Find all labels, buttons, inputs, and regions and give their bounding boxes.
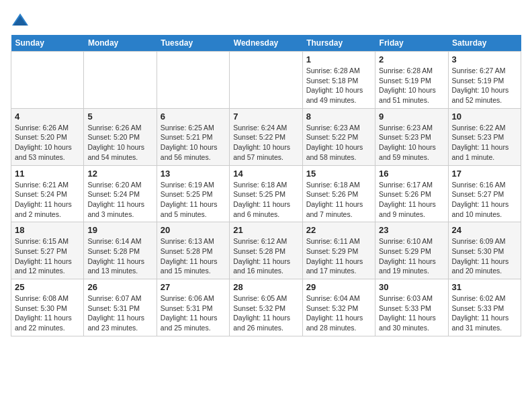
day-info: Sunrise: 6:28 AM Sunset: 5:19 PM Dayligh… [379, 66, 444, 105]
day-cell: 15Sunrise: 6:18 AM Sunset: 5:26 PM Dayli… [302, 165, 375, 222]
day-info: Sunrise: 6:16 AM Sunset: 5:27 PM Dayligh… [452, 180, 517, 220]
logo [11, 11, 32, 30]
day-number: 2 [379, 54, 444, 64]
day-info: Sunrise: 6:12 AM Sunset: 5:28 PM Dayligh… [233, 236, 298, 276]
day-number: 26 [87, 282, 152, 292]
day-info: Sunrise: 6:26 AM Sunset: 5:20 PM Dayligh… [15, 123, 80, 163]
day-number: 1 [306, 54, 371, 64]
day-info: Sunrise: 6:07 AM Sunset: 5:31 PM Dayligh… [87, 293, 152, 333]
day-cell [11, 52, 84, 109]
day-info: Sunrise: 6:23 AM Sunset: 5:23 PM Dayligh… [379, 123, 444, 163]
day-info: Sunrise: 6:24 AM Sunset: 5:22 PM Dayligh… [233, 123, 298, 163]
day-cell [84, 52, 157, 109]
day-info: Sunrise: 6:15 AM Sunset: 5:27 PM Dayligh… [15, 236, 80, 276]
day-number: 4 [15, 111, 80, 122]
day-info: Sunrise: 6:28 AM Sunset: 5:18 PM Dayligh… [306, 66, 371, 105]
day-cell: 1Sunrise: 6:28 AM Sunset: 5:18 PM Daylig… [302, 52, 375, 109]
day-info: Sunrise: 6:03 AM Sunset: 5:33 PM Dayligh… [379, 293, 444, 333]
day-info: Sunrise: 6:19 AM Sunset: 5:25 PM Dayligh… [161, 180, 226, 220]
day-cell: 5Sunrise: 6:26 AM Sunset: 5:20 PM Daylig… [84, 108, 157, 165]
day-cell: 8Sunrise: 6:23 AM Sunset: 5:22 PM Daylig… [302, 108, 375, 165]
day-info: Sunrise: 6:08 AM Sunset: 5:30 PM Dayligh… [15, 293, 80, 333]
day-cell: 25Sunrise: 6:08 AM Sunset: 5:30 PM Dayli… [11, 279, 84, 336]
day-cell: 16Sunrise: 6:17 AM Sunset: 5:26 PM Dayli… [375, 165, 448, 222]
day-cell: 9Sunrise: 6:23 AM Sunset: 5:23 PM Daylig… [375, 108, 448, 165]
logo-icon [11, 11, 30, 30]
page-header [11, 11, 521, 30]
day-info: Sunrise: 6:27 AM Sunset: 5:19 PM Dayligh… [452, 66, 517, 105]
day-cell: 23Sunrise: 6:10 AM Sunset: 5:29 PM Dayli… [375, 222, 448, 279]
day-info: Sunrise: 6:26 AM Sunset: 5:20 PM Dayligh… [87, 123, 152, 163]
day-number: 22 [306, 225, 371, 235]
col-header-monday: Monday [84, 35, 157, 52]
day-info: Sunrise: 6:23 AM Sunset: 5:22 PM Dayligh… [306, 123, 371, 163]
day-cell: 3Sunrise: 6:27 AM Sunset: 5:19 PM Daylig… [448, 52, 521, 109]
col-header-thursday: Thursday [302, 35, 375, 52]
day-number: 13 [161, 169, 226, 179]
day-cell: 6Sunrise: 6:25 AM Sunset: 5:21 PM Daylig… [157, 108, 229, 165]
day-number: 19 [87, 225, 152, 235]
day-info: Sunrise: 6:05 AM Sunset: 5:32 PM Dayligh… [233, 293, 298, 333]
day-info: Sunrise: 6:18 AM Sunset: 5:26 PM Dayligh… [306, 180, 371, 220]
day-info: Sunrise: 6:10 AM Sunset: 5:29 PM Dayligh… [379, 236, 444, 276]
header-row: SundayMondayTuesdayWednesdayThursdayFrid… [11, 35, 521, 52]
week-row-2: 4Sunrise: 6:26 AM Sunset: 5:20 PM Daylig… [11, 108, 521, 165]
day-cell: 17Sunrise: 6:16 AM Sunset: 5:27 PM Dayli… [448, 165, 521, 222]
day-cell: 7Sunrise: 6:24 AM Sunset: 5:22 PM Daylig… [230, 108, 302, 165]
day-cell: 24Sunrise: 6:09 AM Sunset: 5:30 PM Dayli… [448, 222, 521, 279]
day-cell: 21Sunrise: 6:12 AM Sunset: 5:28 PM Dayli… [230, 222, 302, 279]
day-cell: 13Sunrise: 6:19 AM Sunset: 5:25 PM Dayli… [157, 165, 229, 222]
day-number: 31 [452, 282, 517, 292]
day-number: 17 [452, 169, 517, 179]
day-cell: 2Sunrise: 6:28 AM Sunset: 5:19 PM Daylig… [375, 52, 448, 109]
week-row-4: 18Sunrise: 6:15 AM Sunset: 5:27 PM Dayli… [11, 222, 521, 279]
day-info: Sunrise: 6:21 AM Sunset: 5:24 PM Dayligh… [15, 180, 80, 220]
day-number: 11 [15, 169, 80, 179]
col-header-friday: Friday [375, 35, 448, 52]
day-cell: 31Sunrise: 6:02 AM Sunset: 5:33 PM Dayli… [448, 279, 521, 336]
day-number: 6 [161, 111, 226, 122]
day-cell: 29Sunrise: 6:04 AM Sunset: 5:32 PM Dayli… [302, 279, 375, 336]
day-number: 20 [161, 225, 226, 235]
day-info: Sunrise: 6:02 AM Sunset: 5:33 PM Dayligh… [452, 293, 517, 333]
day-cell [157, 52, 229, 109]
day-number: 3 [452, 54, 517, 64]
day-number: 23 [379, 225, 444, 235]
day-number: 27 [161, 282, 226, 292]
day-cell: 10Sunrise: 6:22 AM Sunset: 5:23 PM Dayli… [448, 108, 521, 165]
day-info: Sunrise: 6:04 AM Sunset: 5:32 PM Dayligh… [306, 293, 371, 333]
day-number: 25 [15, 282, 80, 292]
day-info: Sunrise: 6:14 AM Sunset: 5:28 PM Dayligh… [87, 236, 152, 276]
day-number: 21 [233, 225, 298, 235]
day-number: 15 [306, 169, 371, 179]
day-info: Sunrise: 6:13 AM Sunset: 5:28 PM Dayligh… [161, 236, 226, 276]
day-info: Sunrise: 6:25 AM Sunset: 5:21 PM Dayligh… [161, 123, 226, 163]
day-info: Sunrise: 6:06 AM Sunset: 5:31 PM Dayligh… [161, 293, 226, 333]
week-row-1: 1Sunrise: 6:28 AM Sunset: 5:18 PM Daylig… [11, 52, 521, 109]
day-cell: 11Sunrise: 6:21 AM Sunset: 5:24 PM Dayli… [11, 165, 84, 222]
day-cell: 28Sunrise: 6:05 AM Sunset: 5:32 PM Dayli… [230, 279, 302, 336]
day-cell: 18Sunrise: 6:15 AM Sunset: 5:27 PM Dayli… [11, 222, 84, 279]
day-number: 30 [379, 282, 444, 292]
day-info: Sunrise: 6:20 AM Sunset: 5:24 PM Dayligh… [87, 180, 152, 220]
col-header-sunday: Sunday [11, 35, 84, 52]
day-cell: 22Sunrise: 6:11 AM Sunset: 5:29 PM Dayli… [302, 222, 375, 279]
day-number: 29 [306, 282, 371, 292]
day-number: 7 [233, 111, 298, 122]
day-cell: 30Sunrise: 6:03 AM Sunset: 5:33 PM Dayli… [375, 279, 448, 336]
day-cell: 14Sunrise: 6:18 AM Sunset: 5:25 PM Dayli… [230, 165, 302, 222]
day-info: Sunrise: 6:09 AM Sunset: 5:30 PM Dayligh… [452, 236, 517, 276]
day-info: Sunrise: 6:11 AM Sunset: 5:29 PM Dayligh… [306, 236, 371, 276]
calendar-table: SundayMondayTuesdayWednesdayThursdayFrid… [11, 35, 521, 336]
day-cell: 26Sunrise: 6:07 AM Sunset: 5:31 PM Dayli… [84, 279, 157, 336]
day-cell: 4Sunrise: 6:26 AM Sunset: 5:20 PM Daylig… [11, 108, 84, 165]
day-info: Sunrise: 6:18 AM Sunset: 5:25 PM Dayligh… [233, 180, 298, 220]
week-row-3: 11Sunrise: 6:21 AM Sunset: 5:24 PM Dayli… [11, 165, 521, 222]
day-cell [230, 52, 302, 109]
day-number: 5 [87, 111, 152, 122]
day-number: 24 [452, 225, 517, 235]
day-cell: 27Sunrise: 6:06 AM Sunset: 5:31 PM Dayli… [157, 279, 229, 336]
day-number: 8 [306, 111, 371, 122]
day-cell: 20Sunrise: 6:13 AM Sunset: 5:28 PM Dayli… [157, 222, 229, 279]
day-number: 10 [452, 111, 517, 122]
